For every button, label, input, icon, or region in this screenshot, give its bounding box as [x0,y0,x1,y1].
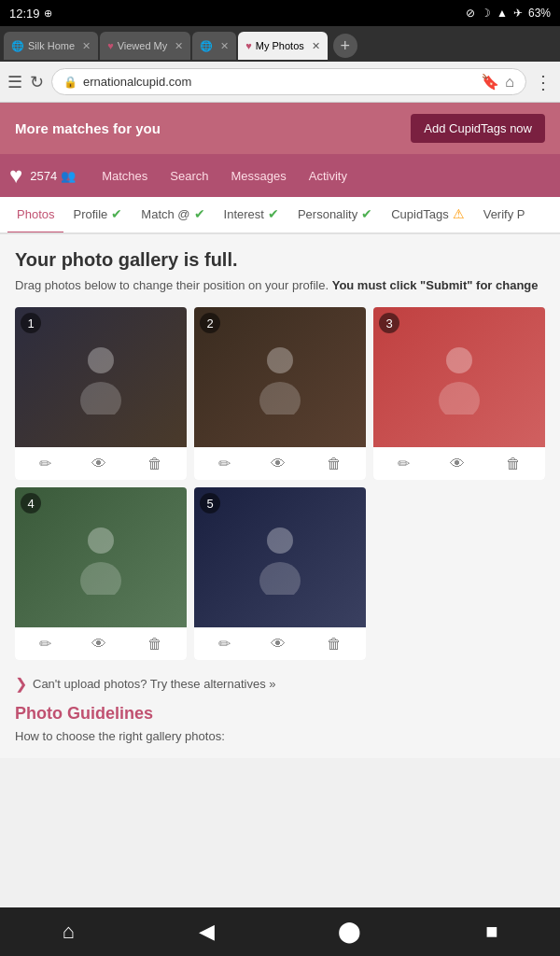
photo-2-delete-btn[interactable]: 🗑 [321,453,347,474]
refresh-button[interactable]: ↻ [30,72,44,92]
svg-point-1 [80,382,121,415]
subnav-photos-label: Photos [17,207,54,221]
home-icon[interactable]: ⌂ [505,74,514,91]
photo-card-4: 4 ✏ 👁 🗑 [15,487,187,660]
tab-blank-close[interactable]: ✕ [220,40,229,52]
nav-activity[interactable]: Activity [298,154,358,197]
subnav-personality[interactable]: Personality ✔ [288,197,382,233]
subnav-interest[interactable]: Interest ✔ [215,197,288,233]
photo-3-edit-btn[interactable]: ✏ [392,453,415,474]
lock-icon: 🔒 [63,76,77,89]
photo-4-delete-btn[interactable]: 🗑 [142,633,168,654]
promo-banner: More matches for you Add CupidTags now [0,103,560,154]
match-check-icon: ✔ [194,206,205,221]
svg-point-8 [267,527,293,554]
nav-search[interactable]: Search [159,154,219,197]
tab-silk-home-label: Silk Home [28,40,75,51]
bottom-home-button[interactable]: ⌂ [43,912,92,951]
photo-2-actions: ✏ 👁 🗑 [194,447,366,480]
svg-point-2 [267,347,293,373]
status-icons: ⊘ ☽ ▲ ✈ 63% [466,7,551,20]
photo-grid-row1: 1 ✏ 👁 🗑 2 ✏ [15,307,545,480]
photo-card-2: 2 ✏ 👁 🗑 [194,307,366,480]
svg-point-0 [88,347,114,373]
tab-viewed-my[interactable]: ♥ Viewed My ✕ [100,32,190,60]
photo-3-hide-btn[interactable]: 👁 [444,453,470,474]
photo-4-edit-btn[interactable]: ✏ [34,633,57,654]
photo-slot-empty [373,487,545,660]
photo-grid-row2: 4 ✏ 👁 🗑 5 ✏ [15,487,545,660]
svg-point-9 [259,562,301,595]
alt-upload-link[interactable]: ❯ Can't upload photos? Try these alterna… [15,675,545,693]
browser-more-icon[interactable]: ⋮ [534,71,553,93]
photo-1-actions: ✏ 👁 🗑 [15,447,187,480]
airplane-icon: ✈ [513,7,523,20]
gallery-hint: Drag photos below to change their positi… [15,278,545,292]
photo-2-edit-btn[interactable]: ✏ [213,453,236,474]
photo-3-actions: ✏ 👁 🗑 [373,447,545,480]
subnav-cupidtags[interactable]: CupidTags ⚠ [382,197,473,233]
bottom-circle-button[interactable]: ⬤ [319,912,380,951]
photo-3-delete-btn[interactable]: 🗑 [500,453,526,474]
match-count: 2574 👥 [30,169,76,183]
add-tab-button[interactable]: + [333,34,357,58]
profile-check-icon: ✔ [111,206,122,221]
main-nav: ♥ 2574 👥 Matches Search Messages Activit… [0,154,560,197]
tab-my-photos[interactable]: ♥ My Photos ✕ [238,32,328,60]
photo-card-1: 1 ✏ 👁 🗑 [15,307,187,480]
subnav-match-label: Match @ [141,207,189,221]
tab-my-photos-close[interactable]: ✕ [312,40,320,52]
add-cupidtags-button[interactable]: Add CupidTags now [411,114,545,143]
photo-5-delete-btn[interactable]: 🗑 [321,633,347,654]
photo-5-hide-btn[interactable]: 👁 [265,633,291,654]
moon-icon: ☽ [481,7,491,20]
time-display: 12:19 [9,7,40,21]
photo-1-edit-btn[interactable]: ✏ [34,453,57,474]
personality-check-icon: ✔ [361,206,372,221]
photo-1-delete-btn[interactable]: 🗑 [142,453,168,474]
address-bar[interactable]: 🔒 ernationalcupid.com 🔖 ⌂ [51,68,526,95]
photo-image-2 [194,307,366,447]
tab-silk-home[interactable]: 🌐 Silk Home ✕ [4,32,98,60]
photo-num-5: 5 [200,493,220,513]
wifi-icon: ▲ [497,7,508,20]
subnav-profile-label: Profile [73,207,107,221]
nav-matches[interactable]: Matches [91,154,159,197]
count-number: 2574 [30,169,57,183]
tab-viewed-my-icon: ♥ [107,40,114,51]
subnav-verify[interactable]: Verify P [474,197,535,233]
photo-2-hide-btn[interactable]: 👁 [265,453,291,474]
content-area: Your photo gallery is full. Drag photos … [0,234,560,758]
gallery-hint-bold: You must click "Submit" for change [332,278,539,292]
sub-nav: Photos Profile ✔ Match @ ✔ Interest ✔ Pe… [0,197,560,234]
svg-point-3 [259,382,301,415]
svg-point-5 [439,382,480,415]
photo-guidelines-title: Photo Guidelines [15,704,545,724]
photo-num-4: 4 [21,493,41,513]
subnav-match[interactable]: Match @ ✔ [132,197,214,233]
bottom-square-button[interactable]: ■ [467,912,516,951]
photo-card-3: 3 ✏ 👁 🗑 [373,307,545,480]
interest-check-icon: ✔ [268,206,279,221]
photo-1-hide-btn[interactable]: 👁 [86,453,112,474]
photo-4-hide-btn[interactable]: 👁 [86,633,112,654]
subnav-photos[interactable]: Photos [7,197,63,233]
tab-silk-home-close[interactable]: ✕ [82,40,91,52]
subnav-profile[interactable]: Profile ✔ [63,197,132,233]
photo-image-5 [194,487,366,627]
bottom-back-button[interactable]: ◀ [180,912,233,951]
tab-silk-home-icon: 🌐 [11,40,24,52]
nav-items: Matches Search Messages Activity [91,154,358,197]
nav-messages[interactable]: Messages [220,154,298,197]
alt-link-text: Can't upload photos? Try these alternati… [33,677,275,691]
bottom-nav: ⌂ ◀ ⬤ ■ [0,907,560,956]
bookmark-icon[interactable]: 🔖 [481,73,499,91]
photo-card-5: 5 ✏ 👁 🗑 [194,487,366,660]
tab-my-photos-label: My Photos [256,40,304,51]
tab-blank[interactable]: 🌐 ✕ [192,32,236,60]
menu-button[interactable]: ☰ [7,72,22,92]
photo-5-edit-btn[interactable]: ✏ [213,633,236,654]
subnav-interest-label: Interest [224,207,264,221]
tab-viewed-my-label: Viewed My [118,40,168,51]
tab-viewed-my-close[interactable]: ✕ [175,40,183,52]
